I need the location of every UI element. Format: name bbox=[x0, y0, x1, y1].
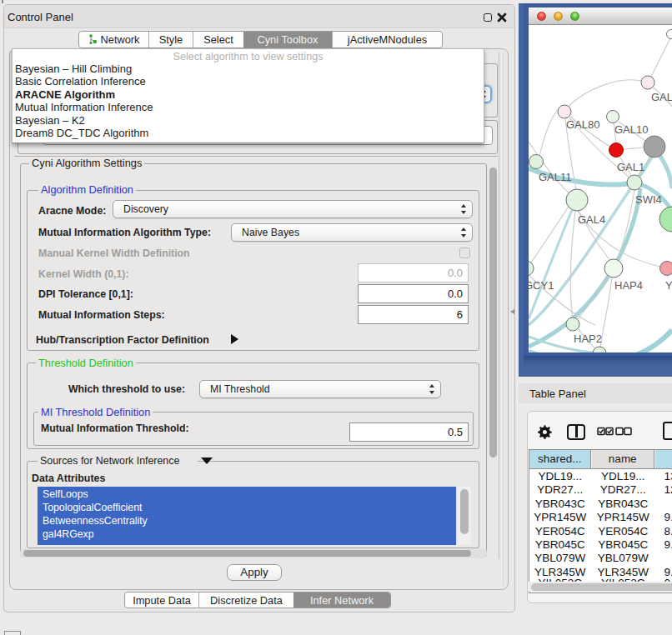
svg-text:SWI4: SWI4 bbox=[635, 193, 662, 206]
svg-text:GAL1: GAL1 bbox=[617, 161, 644, 173]
svg-text:GCY1: GCY1 bbox=[529, 279, 554, 292]
svg-text:HAP2: HAP2 bbox=[574, 332, 602, 345]
svg-text:GAL7: GAL7 bbox=[651, 91, 672, 103]
svg-text:Y: Y bbox=[665, 279, 672, 292]
svg-text:GAL11: GAL11 bbox=[539, 171, 572, 183]
svg-text:GAL10: GAL10 bbox=[614, 123, 648, 136]
svg-text:HAP4: HAP4 bbox=[614, 279, 643, 292]
svg-text:GAL80: GAL80 bbox=[566, 118, 599, 131]
svg-text:GAL4: GAL4 bbox=[578, 213, 605, 226]
